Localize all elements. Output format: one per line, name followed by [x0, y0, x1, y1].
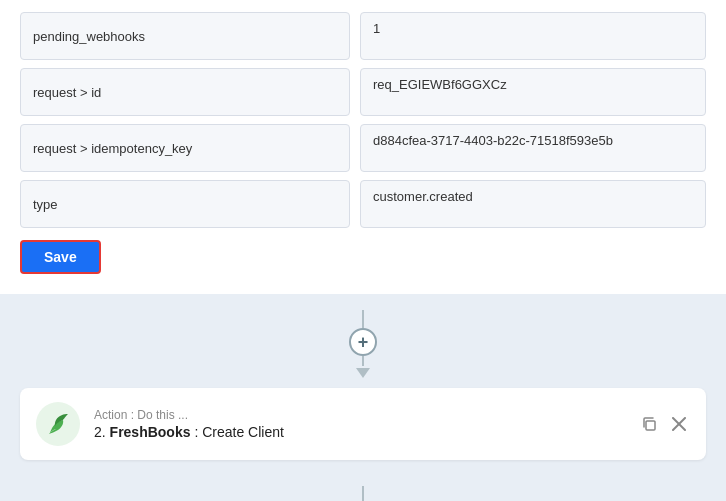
- action-title: 2. FreshBooks : Create Client: [94, 424, 624, 440]
- action-app: FreshBooks: [110, 424, 191, 440]
- field-row-1: request > id: [20, 68, 706, 116]
- save-button[interactable]: Save: [20, 240, 101, 274]
- bottom-connector: +: [0, 478, 726, 501]
- field-row-3: type: [20, 180, 706, 228]
- field-value-0[interactable]: [360, 12, 706, 60]
- middle-connector: + Action : Do this ... 2. FreshBooks : C…: [0, 294, 726, 478]
- action-controls: [638, 413, 690, 435]
- action-subtitle: Action : Do this ...: [94, 408, 624, 422]
- add-step-button-top[interactable]: +: [349, 328, 377, 356]
- svg-rect-0: [646, 421, 655, 430]
- action-number: 2.: [94, 424, 106, 440]
- copy-action-button[interactable]: [638, 413, 660, 435]
- top-section: pending_webhooksrequest > idrequest > id…: [0, 0, 726, 294]
- arrow-down-icon: [356, 368, 370, 378]
- connector-line-mid: [362, 356, 364, 366]
- action-separator: :: [194, 424, 202, 440]
- action-card: Action : Do this ... 2. FreshBooks : Cre…: [20, 388, 706, 460]
- connector-line-top: [362, 310, 364, 328]
- field-row-0: pending_webhooks: [20, 12, 706, 60]
- field-value-1[interactable]: [360, 68, 706, 116]
- action-app-icon: [36, 402, 80, 446]
- field-row-2: request > idempotency_key: [20, 124, 706, 172]
- field-label-0: pending_webhooks: [20, 12, 350, 60]
- save-button-wrapper: Save: [20, 240, 706, 278]
- connector-line-bottom: [362, 486, 364, 501]
- field-label-1: request > id: [20, 68, 350, 116]
- field-value-3[interactable]: [360, 180, 706, 228]
- delete-action-button[interactable]: [668, 413, 690, 435]
- action-event: Create Client: [202, 424, 284, 440]
- field-label-2: request > idempotency_key: [20, 124, 350, 172]
- field-value-2[interactable]: [360, 124, 706, 172]
- field-label-3: type: [20, 180, 350, 228]
- action-text: Action : Do this ... 2. FreshBooks : Cre…: [94, 408, 624, 440]
